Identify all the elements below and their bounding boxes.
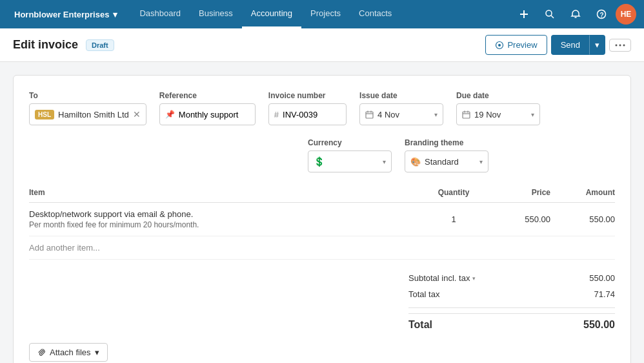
total-label: Total — [408, 319, 432, 331]
item-quantity: 1 — [421, 214, 486, 224]
send-group: Send ▾ — [551, 35, 605, 55]
line-items: Item Quantity Price Amount Desktop/netwo… — [29, 183, 615, 260]
preview-button[interactable]: Preview — [485, 35, 547, 55]
col-quantity-header: Quantity — [421, 188, 486, 197]
col-price-header: Price — [486, 188, 550, 197]
branding-icon: 🎨 — [410, 157, 421, 167]
currency-group: Currency 💲 ▾ — [308, 138, 392, 172]
invoice-number-input[interactable] — [283, 110, 341, 119]
due-date-picker[interactable]: 19 Nov ▾ — [456, 103, 540, 125]
nav-business[interactable]: Business — [190, 0, 242, 28]
help-button[interactable]: ? — [590, 3, 613, 26]
due-date-group: Due date 19 Nov ▾ — [456, 91, 540, 125]
due-date-caret: ▾ — [531, 111, 534, 118]
nav-right: ? HE — [512, 3, 636, 26]
item-desc-line2: Per month fixed fee for minimum 20 hours… — [29, 220, 421, 229]
user-avatar[interactable]: HE — [616, 4, 636, 25]
main-content: To HSL Hamilton Smith Ltd ✕ Reference 📌 … — [0, 62, 644, 363]
svg-point-0 — [546, 10, 552, 16]
table-row: Desktop/network support via email & phon… — [29, 203, 615, 236]
invoice-number-group: Invoice number # — [268, 91, 347, 125]
branding-select[interactable]: 🎨 Standard ▾ — [405, 150, 488, 172]
contact-remove-button[interactable]: ✕ — [133, 110, 141, 119]
top-nav: Hornblower Enterprises ▾ Dashboard Busin… — [0, 0, 644, 28]
pin-icon: 📌 — [165, 110, 175, 119]
send-caret-button[interactable]: ▾ — [589, 35, 605, 55]
add-button[interactable] — [512, 3, 536, 26]
invoice-number-label: Invoice number — [268, 91, 347, 100]
subtotal-row: Subtotal incl. tax ▾ 550.00 — [408, 270, 615, 286]
reference-input[interactable] — [179, 110, 250, 119]
more-options-button[interactable] — [609, 39, 631, 52]
bottom-section: Attach files ▾ — [29, 334, 615, 363]
svg-line-1 — [551, 16, 554, 18]
currency-select[interactable]: 💲 ▾ — [308, 150, 392, 172]
nav-links: Dashboard Business Accounting Projects C… — [130, 0, 512, 28]
nav-dashboard[interactable]: Dashboard — [130, 0, 190, 28]
to-field-group: To HSL Hamilton Smith Ltd ✕ — [29, 91, 146, 125]
search-button[interactable] — [538, 3, 561, 26]
totals-table: Subtotal incl. tax ▾ 550.00 Total tax 71… — [408, 270, 615, 334]
currency-label: Currency — [308, 138, 392, 147]
contact-name: Hamilton Smith Ltd — [58, 110, 129, 119]
due-date-label: Due date — [456, 91, 540, 100]
invoice-card: To HSL Hamilton Smith Ltd ✕ Reference 📌 … — [13, 75, 631, 363]
item-description: Desktop/network support via email & phon… — [29, 209, 421, 229]
form-row-1: To HSL Hamilton Smith Ltd ✕ Reference 📌 … — [29, 91, 615, 125]
branding-value: Standard — [425, 157, 459, 167]
reference-field-group: Reference 📌 — [159, 91, 256, 125]
org-selector[interactable]: Hornblower Enterprises ▾ — [8, 6, 124, 23]
currency-caret: ▾ — [383, 158, 386, 165]
page-title: Edit invoice — [13, 38, 78, 52]
issue-date-picker[interactable]: 4 Nov ▾ — [359, 103, 443, 125]
tax-label: Total tax — [408, 289, 439, 299]
col-amount-header: Amount — [550, 188, 615, 197]
nav-accounting[interactable]: Accounting — [242, 0, 301, 28]
form-row-2: Currency 💲 ▾ Branding theme 🎨 Standard ▾ — [29, 138, 615, 172]
total-value: 550.00 — [583, 319, 615, 331]
issue-date-caret: ▾ — [434, 111, 438, 118]
status-badge: Draft — [86, 39, 114, 51]
reference-input-wrap: 📌 — [159, 103, 256, 125]
grand-total-row: Total 550.00 — [408, 313, 615, 334]
subtotal-value: 550.00 — [589, 273, 615, 283]
item-amount: 550.00 — [550, 214, 615, 224]
nav-projects[interactable]: Projects — [301, 0, 350, 28]
subtotal-caret[interactable]: ▾ — [472, 275, 476, 282]
item-desc-line1: Desktop/network support via email & phon… — [29, 209, 421, 219]
add-item-button[interactable]: Add another item... — [29, 236, 615, 260]
item-price: 550.00 — [486, 214, 550, 224]
svg-point-7 — [619, 44, 621, 46]
contact-tag[interactable]: HSL Hamilton Smith Ltd ✕ — [29, 103, 146, 125]
send-button[interactable]: Send — [551, 35, 589, 55]
branding-label: Branding theme — [405, 138, 488, 147]
table-header: Item Quantity Price Amount — [29, 183, 615, 203]
subtotal-label: Subtotal incl. tax ▾ — [408, 273, 476, 283]
to-label: To — [29, 91, 146, 100]
tax-value: 71.74 — [594, 289, 615, 299]
org-name: Hornblower Enterprises — [14, 10, 109, 19]
col-item-header: Item — [29, 188, 421, 197]
reference-label: Reference — [159, 91, 256, 100]
issue-date-label: Issue date — [359, 91, 443, 100]
totals-section: Subtotal incl. tax ▾ 550.00 Total tax 71… — [29, 270, 615, 334]
due-date-value: 19 Nov — [474, 110, 501, 119]
svg-point-5 — [498, 44, 501, 47]
svg-rect-9 — [366, 112, 373, 118]
svg-rect-13 — [463, 112, 470, 118]
attach-files-button[interactable]: Attach files ▾ — [29, 343, 108, 362]
tax-row: Total tax 71.74 — [408, 286, 615, 302]
contact-badge: HSL — [35, 110, 54, 119]
issue-date-value: 4 Nov — [377, 110, 399, 119]
hash-icon: # — [274, 110, 279, 119]
currency-icon: 💲 — [314, 156, 325, 167]
header-actions: Preview Send ▾ — [485, 35, 631, 55]
branding-caret: ▾ — [479, 158, 483, 165]
branding-group: Branding theme 🎨 Standard ▾ — [405, 138, 488, 172]
notifications-button[interactable] — [564, 3, 587, 26]
svg-point-6 — [616, 44, 618, 46]
nav-contacts[interactable]: Contacts — [350, 0, 401, 28]
svg-text:?: ? — [600, 12, 604, 19]
issue-date-group: Issue date 4 Nov ▾ — [359, 91, 443, 125]
org-dropdown-icon: ▾ — [113, 10, 117, 19]
